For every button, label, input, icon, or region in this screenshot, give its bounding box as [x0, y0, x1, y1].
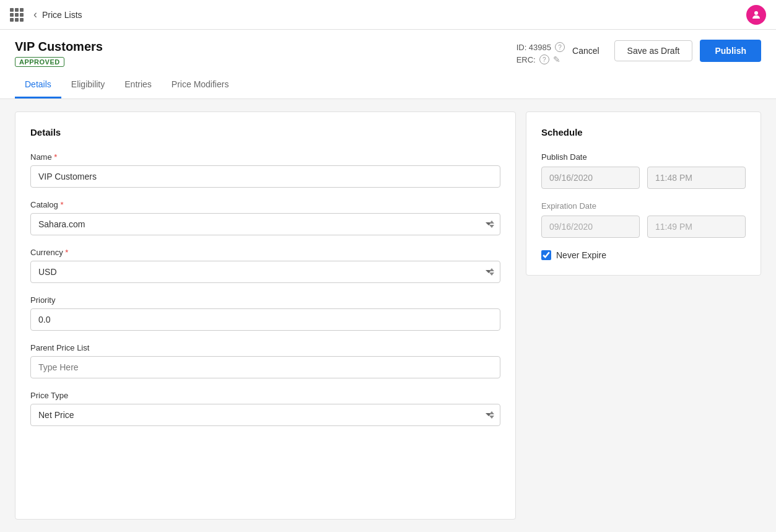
page-header: VIP Customers APPROVED ID: 43985 ? ERC: …	[0, 30, 776, 99]
nav-title: Price Lists	[42, 10, 82, 20]
id-help-icon[interactable]: ?	[555, 42, 565, 52]
cancel-button[interactable]: Cancel	[565, 41, 607, 61]
publish-date-row	[541, 167, 746, 189]
parent-price-list-label: Parent Price List	[30, 343, 500, 352]
never-expire-checkbox[interactable]	[541, 250, 551, 260]
main-content: Details Name * Catalog * Sahara.com	[0, 99, 776, 532]
back-button[interactable]: ‹	[33, 8, 37, 21]
details-card: Details Name * Catalog * Sahara.com	[15, 111, 516, 520]
catalog-label: Catalog *	[30, 200, 500, 209]
grid-menu-icon[interactable]	[10, 8, 24, 22]
details-card-title: Details	[30, 127, 500, 137]
header-actions: Cancel Save as Draft Publish	[565, 40, 761, 62]
publish-time-input[interactable]	[647, 167, 746, 189]
currency-label: Currency *	[30, 248, 500, 257]
price-type-select[interactable]: Net Price Gross Price Fixed Price	[30, 404, 500, 426]
parent-price-list-group: Parent Price List	[30, 343, 500, 378]
currency-select-wrapper: USD EUR GBP	[30, 261, 500, 283]
title-section: VIP Customers APPROVED	[15, 40, 502, 67]
publish-date-group: Publish Date	[541, 152, 746, 189]
publish-button[interactable]: Publish	[700, 40, 761, 62]
currency-field-group: Currency * USD EUR GBP	[30, 248, 500, 283]
id-label: ID: 43985	[517, 43, 551, 52]
name-field-group: Name *	[30, 152, 500, 188]
schedule-card-title: Schedule	[541, 127, 746, 137]
erc-label: ERC:	[517, 55, 536, 64]
id-row: ID: 43985 ?	[517, 42, 565, 52]
expiration-date-input[interactable]	[541, 216, 640, 238]
name-input[interactable]	[30, 165, 500, 188]
page-title: VIP Customers	[15, 40, 502, 54]
erc-help-icon[interactable]: ?	[539, 55, 549, 64]
parent-price-list-input[interactable]	[30, 356, 500, 378]
tab-details[interactable]: Details	[15, 72, 61, 98]
approved-badge: APPROVED	[15, 57, 64, 67]
expiration-date-row	[541, 216, 746, 238]
name-label: Name *	[30, 152, 500, 162]
meta-section: ID: 43985 ? ERC: ? ✎	[517, 40, 565, 67]
priority-label: Priority	[30, 295, 500, 305]
expiration-date-label: Expiration Date	[541, 201, 746, 211]
erc-edit-icon[interactable]: ✎	[553, 55, 560, 64]
catalog-select-wrapper: Sahara.com	[30, 213, 500, 235]
catalog-field-group: Catalog * Sahara.com	[30, 200, 500, 235]
expiration-date-group: Expiration Date	[541, 201, 746, 238]
tab-eligibility[interactable]: Eligibility	[61, 72, 115, 98]
expiration-time-input[interactable]	[647, 216, 746, 238]
never-expire-label[interactable]: Never Expire	[556, 250, 606, 260]
priority-input[interactable]	[30, 308, 500, 331]
never-expire-row: Never Expire	[541, 250, 746, 260]
erc-row: ERC: ? ✎	[517, 55, 565, 64]
schedule-card: Schedule Publish Date Expiration Date Ne…	[526, 111, 761, 276]
catalog-select[interactable]: Sahara.com	[30, 213, 500, 235]
priority-field-group: Priority	[30, 295, 500, 331]
save-draft-button[interactable]: Save as Draft	[614, 40, 693, 61]
price-type-select-wrapper: Net Price Gross Price Fixed Price	[30, 404, 500, 426]
publish-date-label: Publish Date	[541, 152, 746, 162]
avatar	[746, 5, 766, 25]
price-type-group: Price Type Net Price Gross Price Fixed P…	[30, 391, 500, 426]
tabs: Details Eligibility Entries Price Modifi…	[15, 72, 761, 98]
tab-entries[interactable]: Entries	[115, 72, 162, 98]
svg-point-0	[754, 11, 758, 15]
tab-price-modifiers[interactable]: Price Modifiers	[162, 72, 239, 98]
top-nav: ‹ Price Lists	[0, 0, 776, 30]
publish-date-input[interactable]	[541, 167, 640, 189]
price-type-label: Price Type	[30, 391, 500, 400]
currency-select[interactable]: USD EUR GBP	[30, 261, 500, 283]
